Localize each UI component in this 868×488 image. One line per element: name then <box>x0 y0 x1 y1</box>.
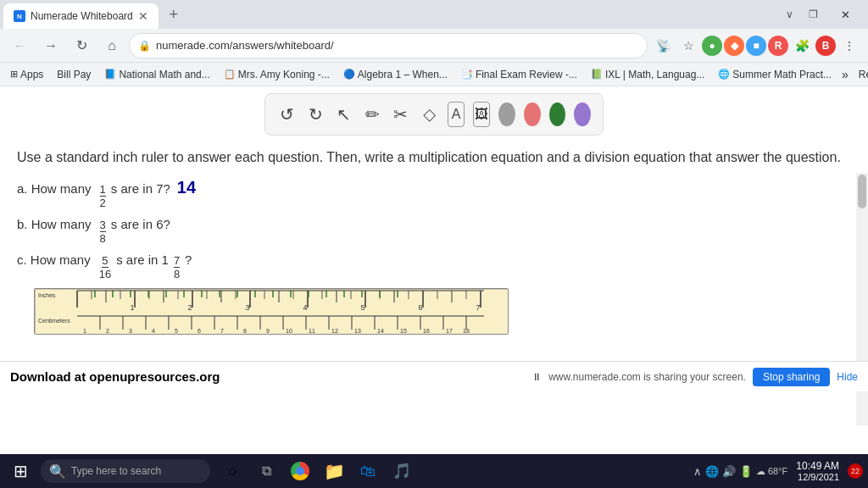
svg-text:14: 14 <box>377 328 384 334</box>
color-pink[interactable] <box>524 103 541 126</box>
bookmark-algebra[interactable]: 🔵 Algebra 1 – When... <box>340 67 451 82</box>
question-c-label: c. How many <box>17 252 91 267</box>
bookmark-label: Summer Math Pract... <box>732 69 832 80</box>
bookmarks-more-button[interactable]: » <box>842 68 849 81</box>
nav-right-icons: 📡 ☆ ● ◆ ■ R 🧩 B ⋮ <box>651 34 861 58</box>
profile-1[interactable]: ● <box>702 36 722 56</box>
svg-text:4: 4 <box>303 303 307 312</box>
back-button[interactable]: ← <box>7 32 34 59</box>
svg-text:1: 1 <box>130 303 134 312</box>
taskbar-taskview[interactable]: ⧉ <box>251 454 281 488</box>
address-bar[interactable]: 🔒 numerade.com/answers/whiteboard/ <box>129 33 648 58</box>
tab-controls: ∨ ❐ ✕ <box>778 0 865 29</box>
bookmark-label: Algebra 1 – When... <box>358 69 448 80</box>
star-icon[interactable]: ☆ <box>676 34 700 58</box>
menu-icon[interactable]: ⋮ <box>837 34 861 58</box>
tab-favicon: N <box>14 10 25 22</box>
network-icon[interactable]: 🌐 <box>705 465 719 478</box>
bookmark-summermath[interactable]: 🌐 Summer Math Pract... <box>715 67 835 82</box>
text-tool[interactable]: A <box>448 102 465 127</box>
stop-sharing-button[interactable]: Stop sharing <box>753 368 830 386</box>
svg-text:15: 15 <box>400 328 407 334</box>
clock-display[interactable]: 10:49 AM 12/9/2021 <box>791 458 844 484</box>
svg-text:13: 13 <box>354 328 361 334</box>
cast-icon[interactable]: 📡 <box>651 34 675 58</box>
bookmark-label: Reading list <box>859 69 868 80</box>
scrollbar-thumb[interactable] <box>858 175 866 208</box>
profile-4[interactable]: R <box>768 36 788 56</box>
chrome-restore-button[interactable]: ❐ <box>802 3 824 25</box>
fraction-c-mixed-numerator: 7 <box>174 255 180 268</box>
undo-button[interactable]: ↺ <box>277 99 297 130</box>
select-tool[interactable]: ↖ <box>334 99 353 130</box>
profile-2[interactable]: ◆ <box>724 36 744 56</box>
question-c: c. How many 5 16 s are in 1 7 8 ? <box>17 252 851 280</box>
account-icon[interactable]: B <box>815 36 836 56</box>
weather-icon: ☁ <box>756 466 765 477</box>
fraction-c-mixed-denominator: 8 <box>174 268 180 280</box>
summermath-icon: 🌐 <box>718 69 730 80</box>
svg-text:10: 10 <box>286 328 292 334</box>
bookmark-readinglist[interactable]: Reading list <box>855 67 868 82</box>
tab-close-button[interactable]: ✕ <box>138 9 148 23</box>
svg-text:1: 1 <box>83 328 86 334</box>
weather-display[interactable]: ☁ 68°F <box>756 466 787 477</box>
color-green[interactable] <box>549 103 566 126</box>
fraction-a-numerator: 1 <box>100 184 106 197</box>
bookmark-finalexam[interactable]: 📑 Final Exam Review -... <box>458 67 581 82</box>
bookmark-apps[interactable]: ⊞ Apps <box>7 67 47 82</box>
fraction-a: 1 2 <box>100 184 106 208</box>
question-b-text: s are in 6? <box>111 217 170 231</box>
extensions-icon[interactable]: 🧩 <box>790 34 814 58</box>
hide-button[interactable]: Hide <box>837 371 858 383</box>
taskbar-app5[interactable]: 🎵 <box>387 454 417 488</box>
speaker-icon[interactable]: 🔊 <box>722 465 736 478</box>
bookmark-amykoning[interactable]: 📋 Mrs. Amy Koning -... <box>220 67 333 82</box>
chevron-up-icon[interactable]: ∧ <box>693 465 702 478</box>
pencil-tool[interactable]: ✏ <box>362 99 381 130</box>
taskbar-apps: ○ ⧉ 📁 🛍 🎵 <box>217 454 417 488</box>
color-purple[interactable] <box>574 103 591 126</box>
bookmark-label: Final Exam Review -... <box>476 69 577 80</box>
taskbar-cortana[interactable]: ○ <box>217 454 248 488</box>
svg-text:17: 17 <box>446 328 453 334</box>
download-text: Download at openupresources.org <box>10 369 220 384</box>
taskbar: ⊞ 🔍 Type here to search ○ ⧉ 📁 🛍 🎵 ∧ 🌐 🔊 … <box>0 454 868 488</box>
windows-logo: ⊞ <box>14 461 28 481</box>
bookmark-billpay[interactable]: Bill Pay <box>53 67 94 82</box>
algebra-icon: 🔵 <box>343 69 355 80</box>
reload-button[interactable]: ↻ <box>68 32 95 59</box>
bookmark-ixl[interactable]: 📗 IXL | Math, Languag... <box>587 67 708 82</box>
svg-text:11: 11 <box>309 328 315 334</box>
battery-icon[interactable]: 🔋 <box>739 465 753 478</box>
active-tab[interactable]: N Numerade Whiteboard ✕ <box>3 3 159 29</box>
svg-text:2: 2 <box>187 303 192 312</box>
taskbar-store[interactable]: 🛍 <box>353 454 383 488</box>
svg-text:5: 5 <box>360 303 364 312</box>
taskbar-fileexplorer[interactable]: 📁 <box>319 454 349 488</box>
intro-text: Use a standard inch ruler to answer each… <box>17 147 851 168</box>
svg-text:7: 7 <box>476 303 480 312</box>
forward-button[interactable]: → <box>37 32 64 59</box>
chrome-minimize-button[interactable]: ∨ <box>778 3 800 25</box>
svg-text:5: 5 <box>175 328 178 334</box>
notification-badge[interactable]: 22 <box>848 463 863 479</box>
exam-icon: 📑 <box>461 69 473 80</box>
image-tool[interactable]: 🖼 <box>473 102 490 127</box>
chrome-close-button[interactable]: ✕ <box>826 0 865 29</box>
question-a-label: a. How many <box>17 181 92 196</box>
profile-3[interactable]: ■ <box>746 36 766 56</box>
taskbar-search[interactable]: 🔍 Type here to search <box>41 459 210 483</box>
math-content: Use a standard inch ruler to answer each… <box>0 142 868 347</box>
redo-button[interactable]: ↻ <box>305 99 325 130</box>
svg-text:9: 9 <box>266 328 270 334</box>
question-b: b. How many 3 8 s are in 6? <box>17 217 851 244</box>
start-button[interactable]: ⊞ <box>0 454 41 488</box>
home-button[interactable]: ⌂ <box>98 32 125 59</box>
scissors-tool[interactable]: ✂ <box>391 99 410 130</box>
new-tab-button[interactable]: + <box>162 3 186 26</box>
taskbar-chrome[interactable] <box>285 454 315 488</box>
eraser-tool[interactable]: ◻ <box>411 97 447 132</box>
bookmark-nationalmath[interactable]: 📘 National Math and... <box>101 67 213 82</box>
color-gray[interactable] <box>498 103 515 126</box>
